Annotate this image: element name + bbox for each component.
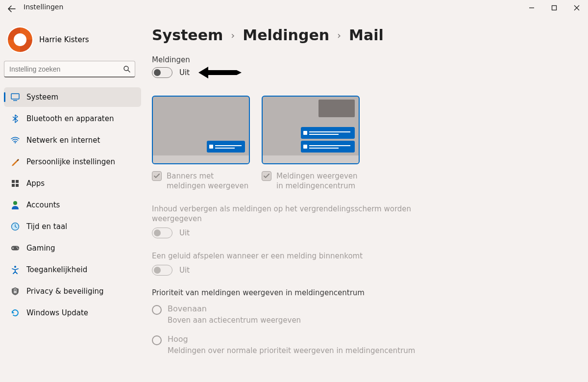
- gaming-icon: [11, 244, 20, 253]
- access-icon: [11, 265, 20, 274]
- notifications-toggle[interactable]: [152, 67, 172, 78]
- svg-point-14: [14, 266, 16, 268]
- arrow-annotation-icon: [198, 65, 242, 80]
- sidebar-item-label: Tijd en taal: [26, 222, 67, 231]
- sidebar-item-label: Privacy & beveiliging: [26, 287, 104, 296]
- sidebar-item-label: Netwerk en internet: [26, 136, 100, 145]
- hide-lockscreen-toggle: [152, 228, 172, 238]
- sidebar-item-accounts[interactable]: Accounts: [4, 195, 141, 215]
- play-sound-state: Uit: [179, 266, 190, 275]
- privacy-icon: [11, 287, 20, 296]
- update-icon: [11, 308, 20, 317]
- priority-top[interactable]: Bovenaan Boven aan actiecentrum weergeve…: [152, 304, 576, 325]
- notifications-state: Uit: [179, 68, 190, 77]
- play-sound-label: Een geluid afspelen wanneer er een meldi…: [152, 251, 426, 261]
- radio-icon: [152, 305, 162, 315]
- sidebar-item-label: Gaming: [26, 244, 55, 253]
- personalize-icon: [11, 157, 20, 166]
- sidebar-item-label: Accounts: [26, 201, 60, 209]
- svg-rect-0: [552, 6, 557, 10]
- sidebar-item-update[interactable]: Windows Update: [4, 303, 141, 323]
- minimize-button[interactable]: [520, 0, 543, 16]
- preview-action-center[interactable]: [262, 96, 360, 164]
- sidebar-item-label: Systeem: [26, 93, 58, 102]
- sidebar-item-label: Persoonlijke instellingen: [26, 157, 115, 166]
- svg-rect-7: [12, 184, 15, 187]
- action-center-label: Meldingen weergeven in meldingencentrum: [276, 171, 360, 191]
- sidebar-item-label: Apps: [26, 179, 45, 188]
- radio-icon: [152, 335, 162, 345]
- sidebar-item-privacy[interactable]: Privacy & beveiliging: [4, 281, 141, 301]
- sidebar-item-label: Toegankelijkheid: [26, 265, 87, 274]
- svg-rect-8: [16, 184, 19, 187]
- search-box[interactable]: [4, 61, 135, 77]
- sidebar-item-time[interactable]: Tijd en taal: [4, 217, 141, 236]
- search-input[interactable]: [9, 65, 123, 73]
- svg-rect-15: [14, 291, 17, 293]
- sidebar-item-gaming[interactable]: Gaming: [4, 238, 141, 258]
- svg-point-12: [17, 247, 18, 248]
- hide-lockscreen-state: Uit: [179, 229, 190, 237]
- priority-title: Prioriteit van meldingen weergeven in me…: [152, 288, 576, 297]
- svg-point-4: [15, 142, 16, 144]
- svg-marker-16: [198, 67, 242, 78]
- user-name: Harrie Kisters: [39, 35, 89, 44]
- chevron-right-icon: ›: [337, 29, 341, 41]
- user-profile[interactable]: Harrie Kisters: [4, 23, 141, 61]
- notifications-label: Meldingen: [152, 55, 576, 64]
- search-icon: [123, 65, 131, 73]
- hide-lockscreen-label: Inhoud verbergen als meldingen op het ve…: [152, 204, 426, 224]
- systeem-icon: [11, 93, 20, 102]
- sidebar-item-label: Bluetooth en apparaten: [26, 114, 114, 123]
- play-sound-toggle: [152, 265, 172, 276]
- breadcrumb: Systeem › Meldingen › Mail: [152, 26, 576, 44]
- crumb-systeem[interactable]: Systeem: [152, 26, 223, 44]
- bluetooth-icon: [11, 114, 20, 123]
- svg-rect-5: [12, 180, 15, 183]
- svg-point-9: [13, 201, 17, 205]
- sidebar-item-apps[interactable]: Apps: [4, 174, 141, 193]
- time-icon: [11, 222, 20, 231]
- sidebar-item-personalize[interactable]: Persoonlijke instellingen: [4, 152, 141, 172]
- back-button[interactable]: [8, 5, 16, 13]
- maximize-button[interactable]: [543, 0, 565, 16]
- banners-checkbox[interactable]: [152, 171, 162, 181]
- apps-icon: [11, 179, 20, 188]
- sidebar-item-label: Windows Update: [26, 308, 88, 317]
- svg-rect-6: [16, 180, 19, 183]
- sidebar-item-bluetooth[interactable]: Bluetooth en apparaten: [4, 109, 141, 128]
- svg-rect-3: [11, 94, 19, 99]
- sidebar-item-systeem[interactable]: Systeem: [4, 87, 141, 107]
- svg-point-13: [17, 248, 18, 249]
- crumb-meldingen[interactable]: Meldingen: [243, 26, 329, 44]
- window-title: Instellingen: [24, 3, 63, 11]
- network-icon: [11, 136, 20, 145]
- preview-banners[interactable]: [152, 96, 250, 164]
- accounts-icon: [11, 201, 20, 209]
- avatar: [7, 26, 33, 53]
- banners-label: Banners met meldingen weergeven: [167, 171, 250, 191]
- sidebar-item-access[interactable]: Toegankelijkheid: [4, 260, 141, 280]
- close-button[interactable]: [565, 0, 588, 16]
- action-center-checkbox[interactable]: [262, 171, 271, 181]
- priority-high[interactable]: Hoog Meldingen over normale prioriteit w…: [152, 334, 576, 356]
- crumb-current: Mail: [349, 26, 384, 44]
- chevron-right-icon: ›: [231, 29, 235, 41]
- sidebar-item-network[interactable]: Netwerk en internet: [4, 130, 141, 150]
